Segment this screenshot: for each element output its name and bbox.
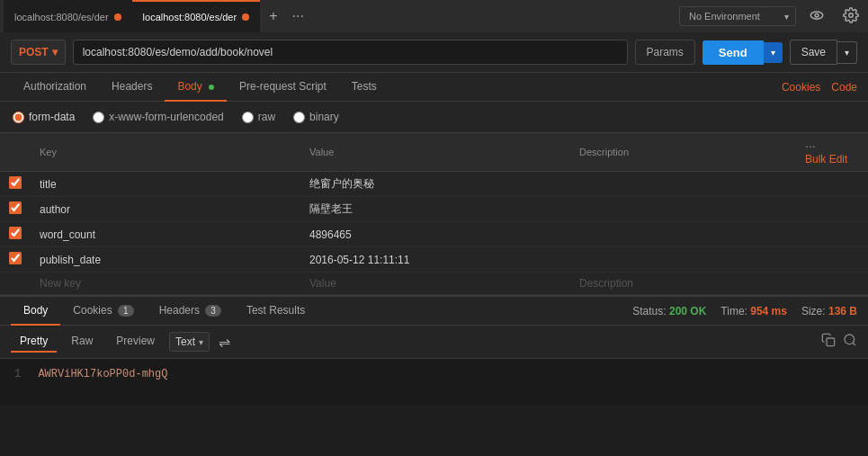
- table-row: publish_date 2016-05-12 11:11:11: [0, 247, 868, 273]
- env-wrapper: No Environment ▾: [679, 6, 796, 26]
- time-label: Time: 954 ms: [720, 305, 787, 317]
- row-description: [570, 247, 796, 273]
- headers-badge: 3: [205, 305, 221, 317]
- radio-binary[interactable]: binary: [293, 111, 339, 123]
- row-key: publish_date: [31, 247, 300, 273]
- tab-1-dot: [114, 13, 121, 21]
- method-button[interactable]: POST ▾: [11, 40, 66, 65]
- row-actions: [796, 222, 868, 247]
- placeholder-value[interactable]: Value: [300, 273, 570, 295]
- header-check: [0, 133, 31, 172]
- row-description: [570, 197, 796, 222]
- row-actions: [796, 197, 868, 222]
- copy-icon-button[interactable]: [821, 333, 836, 351]
- response-body: 1 AWRViHKl7koPP0d-mhgQ: [0, 359, 868, 404]
- tab-2[interactable]: localhost:8080/es/der: [132, 0, 261, 32]
- code-link[interactable]: Code: [831, 81, 857, 94]
- method-chevron-icon: ▾: [52, 46, 58, 58]
- tab-body[interactable]: Body: [165, 73, 227, 102]
- cookies-badge: 1: [118, 305, 134, 317]
- row-description: [570, 172, 796, 197]
- line-number-1: 1: [14, 368, 21, 380]
- send-button[interactable]: Send: [702, 40, 764, 65]
- header-actions: ··· Bulk Edit: [796, 133, 868, 172]
- tab-authorization[interactable]: Authorization: [11, 73, 99, 102]
- time-value: 954 ms: [750, 305, 787, 317]
- format-tab-pretty[interactable]: Pretty: [11, 331, 57, 353]
- row-checkbox[interactable]: [9, 201, 22, 214]
- save-dropdown-button[interactable]: ▾: [837, 41, 857, 64]
- settings-icon-button[interactable]: [837, 4, 864, 30]
- eye-icon-button[interactable]: [803, 4, 830, 30]
- tab-tests[interactable]: Tests: [339, 73, 389, 102]
- add-tab-button[interactable]: +: [264, 7, 282, 25]
- placeholder-key[interactable]: New key: [31, 273, 300, 295]
- resp-tab-headers[interactable]: Headers 3: [147, 297, 234, 326]
- tab-actions: + ···: [264, 7, 309, 25]
- format-chevron-icon: ▾: [199, 337, 203, 347]
- save-group: Save ▾: [790, 40, 857, 65]
- resp-tab-test-results[interactable]: Test Results: [234, 297, 318, 326]
- header-key: Key: [31, 133, 300, 172]
- header-description: Description: [570, 133, 796, 172]
- format-select-wrapper[interactable]: Text ▾: [169, 332, 210, 352]
- resp-tab-body[interactable]: Body: [11, 297, 60, 326]
- table-row: author 隔壁老王: [0, 197, 868, 222]
- row-description: [570, 222, 796, 247]
- row-value: 2016-05-12 11:11:11: [300, 247, 570, 273]
- body-options: form-data x-www-form-urlencoded raw bina…: [0, 102, 868, 133]
- row-actions: [796, 247, 868, 273]
- url-input[interactable]: [73, 40, 628, 65]
- size-value: 136 B: [828, 305, 857, 317]
- save-button[interactable]: Save: [790, 40, 837, 65]
- resp-tab-cookies[interactable]: Cookies 1: [60, 297, 146, 326]
- status-value: 200 OK: [669, 305, 706, 317]
- more-tabs-button[interactable]: ···: [287, 7, 309, 25]
- svg-line-5: [853, 343, 855, 345]
- cookies-link[interactable]: Cookies: [782, 81, 820, 94]
- radio-raw[interactable]: raw: [242, 111, 275, 123]
- bulk-edit-button[interactable]: Bulk Edit: [805, 153, 847, 165]
- form-table: Key Value Description ··· Bulk Edit titl…: [0, 133, 868, 295]
- response-section: Body Cookies 1 Headers 3 Test Results St…: [0, 295, 868, 404]
- tab-1[interactable]: localhost:8080/es/der: [4, 0, 132, 32]
- tab-2-dot: [242, 13, 249, 21]
- send-group: Send ▾: [702, 40, 783, 65]
- table-row: word_count 4896465: [0, 222, 868, 247]
- format-select-label: Text: [175, 335, 195, 348]
- req-right-links: Cookies Code: [782, 81, 857, 94]
- radio-urlencoded[interactable]: x-www-form-urlencoded: [93, 111, 223, 123]
- row-checkbox-cell: [0, 247, 31, 273]
- env-select[interactable]: No Environment: [679, 6, 796, 26]
- wrap-icon[interactable]: ⇌: [219, 334, 230, 351]
- svg-rect-3: [827, 338, 835, 346]
- row-checkbox[interactable]: [9, 176, 22, 189]
- status-label: Status: 200 OK: [632, 305, 706, 317]
- svg-point-2: [849, 13, 854, 17]
- row-checkbox-cell: [0, 197, 31, 222]
- more-actions-icon: ···: [805, 139, 816, 153]
- tab-headers[interactable]: Headers: [99, 73, 165, 102]
- radio-form-data[interactable]: form-data: [13, 111, 75, 123]
- params-button[interactable]: Params: [635, 40, 695, 65]
- request-tabs: Authorization Headers Body Pre-request S…: [0, 73, 868, 102]
- placeholder-description: Description: [570, 273, 796, 295]
- search-icon-button[interactable]: [843, 333, 857, 351]
- row-checkbox[interactable]: [9, 227, 22, 239]
- header-value: Value: [300, 133, 570, 172]
- row-checkbox-cell: [0, 222, 31, 247]
- format-tab-raw[interactable]: Raw: [62, 331, 102, 353]
- svg-point-1: [815, 13, 819, 17]
- row-checkbox[interactable]: [9, 252, 22, 264]
- row-value: 绝窗户的奥秘: [300, 172, 570, 197]
- format-tab-preview[interactable]: Preview: [107, 331, 164, 353]
- tab-bar: localhost:8080/es/der localhost:8080/es/…: [0, 0, 868, 32]
- row-key: title: [31, 172, 300, 197]
- resp-status-bar: Status: 200 OK Time: 954 ms Size: 136 B: [632, 305, 857, 317]
- send-dropdown-button[interactable]: ▾: [764, 42, 783, 63]
- table-row: title 绝窗户的奥秘: [0, 172, 868, 197]
- row-key: author: [31, 197, 300, 222]
- row-value: 隔壁老王: [300, 197, 570, 222]
- tab-1-label: localhost:8080/es/der: [14, 12, 109, 22]
- tab-pre-request[interactable]: Pre-request Script: [227, 73, 339, 102]
